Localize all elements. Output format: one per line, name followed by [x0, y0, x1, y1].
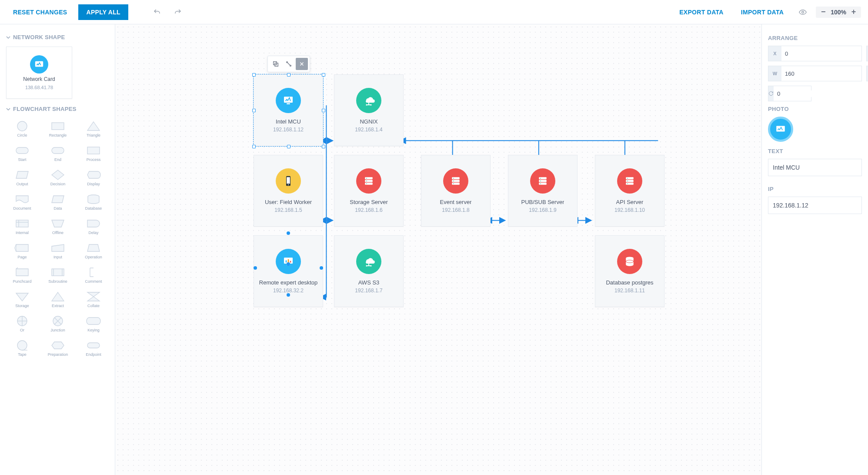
node-event[interactable]: Event server192.168.1.8: [421, 155, 491, 227]
shape-extract[interactable]: Extract: [41, 288, 75, 311]
undo-icon[interactable]: [149, 4, 165, 20]
properties-panel: ARRANGE X Y W H PHOTO TEXT IP: [761, 24, 868, 475]
node-user[interactable]: User: Field Worker192.168.1.5: [254, 155, 323, 227]
arrange-rotate-input[interactable]: [774, 90, 854, 97]
svg-rect-50: [539, 183, 547, 185]
shape-database[interactable]: Database: [77, 191, 110, 213]
shape-decision[interactable]: Decision: [41, 166, 75, 189]
shape-palette: NETWORK SHAPE Network Card 138.68.41.78 …: [0, 24, 115, 475]
svg-rect-3: [52, 123, 64, 130]
svg-point-57: [627, 178, 628, 179]
node-ip: 192.168.1.10: [614, 207, 645, 213]
node-api[interactable]: API Server192.168.1.10: [595, 155, 664, 227]
shape-collate[interactable]: Collate: [77, 288, 110, 311]
svg-point-51: [540, 178, 541, 179]
redo-icon[interactable]: [170, 4, 186, 20]
shape-process[interactable]: Process: [77, 142, 110, 164]
shape-circle[interactable]: Circle: [5, 117, 39, 140]
section-network-shape[interactable]: NETWORK SHAPE: [3, 30, 111, 44]
shape-document[interactable]: Document: [5, 191, 39, 213]
shape-end[interactable]: End: [41, 142, 75, 164]
shape-internal[interactable]: Internal: [5, 215, 39, 238]
panel-section-arrange: ARRANGE: [768, 35, 862, 41]
svg-point-20: [17, 341, 27, 350]
svg-point-45: [453, 178, 454, 179]
shape-delay[interactable]: Delay: [77, 215, 110, 238]
panel-section-photo: PHOTO: [768, 106, 862, 112]
node-nginx[interactable]: NGNIX192.168.1.4: [334, 74, 404, 146]
svg-rect-56: [626, 183, 634, 185]
shape-operation[interactable]: Operation: [77, 239, 110, 262]
shape-storage[interactable]: Storage: [5, 288, 39, 311]
shape-or[interactable]: Or: [5, 312, 39, 335]
section-flowchart-shapes[interactable]: FLOWCHART SHAPES: [3, 101, 111, 116]
node-storage[interactable]: Storage Server192.168.1.6: [334, 155, 404, 227]
ip-input[interactable]: [768, 197, 862, 214]
arrange-w-input[interactable]: [781, 70, 861, 77]
svg-point-2: [17, 121, 27, 131]
svg-point-0: [802, 11, 804, 13]
preview-icon[interactable]: [795, 4, 811, 20]
svg-rect-48: [539, 177, 547, 179]
apply-all-button[interactable]: APPLY ALL: [78, 4, 128, 20]
svg-point-32: [370, 104, 371, 105]
node-title: Event server: [440, 199, 472, 205]
diagram-canvas[interactable]: Intel MCU192.168.1.12NGNIX192.168.1.4Use…: [115, 24, 761, 475]
photo-preview[interactable]: [768, 117, 793, 142]
reset-changes-button[interactable]: RESET CHANGES: [7, 5, 73, 19]
shape-page[interactable]: Page: [5, 239, 39, 262]
svg-rect-4: [16, 147, 28, 154]
shape-subroutine[interactable]: Subroutine: [41, 264, 75, 286]
shape-rectangle[interactable]: Rectangle: [41, 117, 75, 140]
node-pubsub[interactable]: PUB/SUB Server192.168.1.9: [508, 155, 578, 227]
shape-input[interactable]: Input: [41, 239, 75, 262]
arrange-y-field[interactable]: Y: [866, 46, 868, 61]
svg-point-39: [366, 178, 367, 179]
shape-display[interactable]: Display: [77, 166, 110, 189]
shape-triangle[interactable]: Triangle: [77, 117, 110, 140]
svg-point-53: [540, 183, 541, 184]
shape-offline[interactable]: Offline: [41, 215, 75, 238]
arrange-x-input[interactable]: [781, 50, 861, 57]
panel-section-text: TEXT: [768, 148, 862, 154]
palette-network-card[interactable]: Network Card 138.68.41.78: [6, 47, 72, 99]
shape-punchcard[interactable]: Punchcard: [5, 264, 39, 286]
zoom-out-button[interactable]: −: [819, 8, 827, 16]
shape-comment[interactable]: Comment: [77, 264, 110, 286]
node-title: Database postgres: [606, 279, 653, 286]
text-input[interactable]: [768, 159, 862, 176]
shape-tape[interactable]: Tape: [5, 337, 39, 359]
node-db[interactable]: Database postgres192.168.1.11: [595, 235, 664, 307]
shape-data[interactable]: Data: [41, 191, 75, 213]
shape-preparation[interactable]: Preparation: [41, 337, 75, 359]
zoom-in-button[interactable]: +: [850, 8, 858, 16]
arrange-h-field[interactable]: H: [866, 66, 868, 81]
node-title: Intel MCU: [276, 118, 301, 125]
svg-point-47: [453, 183, 454, 184]
svg-point-68: [370, 265, 371, 266]
node-aws[interactable]: AWS S3192.168.1.7: [334, 235, 404, 307]
svg-rect-37: [365, 180, 373, 182]
shape-output[interactable]: Output: [5, 166, 39, 189]
shape-start[interactable]: Start: [5, 142, 39, 164]
rotate-icon: [768, 86, 774, 101]
svg-rect-54: [626, 177, 634, 179]
import-data-button[interactable]: IMPORT DATA: [735, 5, 790, 19]
node-intel[interactable]: Intel MCU192.168.1.12: [254, 74, 323, 146]
shape-keying[interactable]: Keying: [77, 312, 110, 335]
toolbar: RESET CHANGES APPLY ALL EXPORT DATA IMPO…: [0, 0, 868, 24]
shape-junction[interactable]: Junction: [41, 312, 75, 335]
svg-rect-34: [287, 177, 290, 184]
section-label: FLOWCHART SHAPES: [13, 106, 77, 112]
svg-point-31: [366, 104, 367, 105]
shape-endpoint[interactable]: Endpoint: [77, 337, 110, 359]
svg-rect-44: [452, 183, 460, 185]
arrange-x-field[interactable]: X: [768, 46, 862, 61]
export-data-button[interactable]: EXPORT DATA: [673, 5, 730, 19]
node-ip: 192.168.1.12: [273, 127, 304, 133]
svg-point-35: [288, 184, 289, 185]
arrange-rotate-field[interactable]: [768, 86, 811, 101]
node-title: NGNIX: [360, 118, 377, 125]
arrange-w-field[interactable]: W: [768, 66, 862, 81]
svg-rect-28: [287, 103, 290, 104]
